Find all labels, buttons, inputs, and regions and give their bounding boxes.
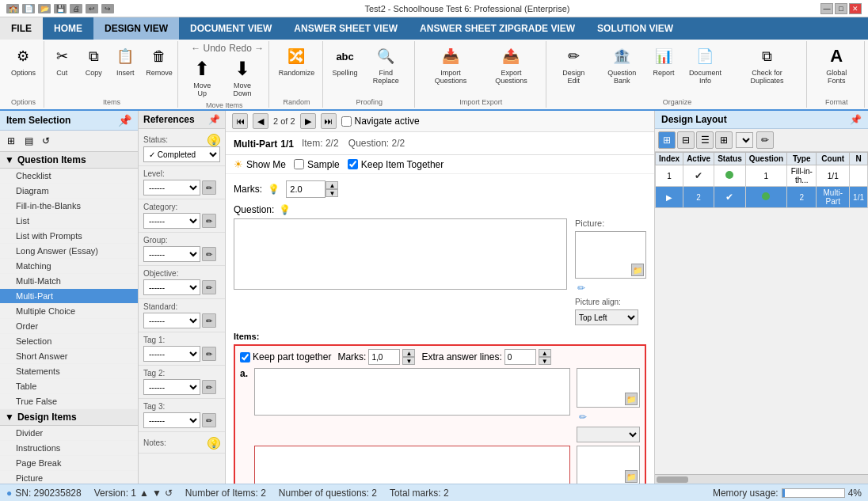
section-design-items[interactable]: ▼ Design Items [0,409,138,426]
table-row[interactable]: ▶ 2 ✔ 2 Multi-Part 1/1 [656,187,868,208]
question-bank-button[interactable]: 🏦 Question Bank [596,43,648,87]
ref-level-select[interactable]: ------ [143,180,200,195]
remove-button[interactable]: 🗑 Remove [142,43,177,79]
marks-spin-up[interactable]: ▲ [326,181,338,189]
ref-category-edit-btn[interactable]: ✏ [202,214,216,228]
navigate-active-checkbox[interactable] [341,116,352,127]
design-layout-pin-icon[interactable]: 📌 [850,114,862,125]
print-icon[interactable]: 🖨 [70,4,82,13]
design-edit-button[interactable]: ✏ Design Edit [553,43,595,87]
list-item-matching[interactable]: Matching [0,259,138,274]
cut-button[interactable]: ✂ Cut [47,43,77,79]
marks-part-spin-down-a[interactable]: ▼ [402,357,415,365]
horizontal-scrollbar[interactable] [655,474,868,484]
ref-tag2-edit-btn[interactable]: ✏ [202,380,216,394]
nav-first-btn[interactable]: ⏮ [232,113,248,129]
version-down-btn[interactable]: ▼ [152,488,162,499]
item-textarea-a[interactable] [254,368,570,416]
marks-input[interactable] [286,180,326,198]
insert-button[interactable]: 📋 Insert [110,43,140,79]
answer-pic-btn-a[interactable]: 📁 [625,470,638,483]
list-item-table[interactable]: Table [0,379,138,394]
maximize-button[interactable]: □ [835,3,847,14]
panel-tool-refresh[interactable]: ↺ [38,133,54,149]
keep-together-checkbox[interactable] [348,159,358,169]
redo-icon[interactable]: ↪ [101,4,114,13]
document-info-button[interactable]: 📄 Document Info [680,43,731,87]
menu-document-view[interactable]: DOCUMENT VIEW [179,17,283,40]
ref-tag2-select[interactable]: ------ [143,379,200,395]
question-textarea[interactable] [234,218,567,290]
item-pic-align-a[interactable] [577,427,640,442]
panel-tool-grid[interactable]: ⊞ [3,133,19,149]
randomize-button[interactable]: 🔀 Randomize [275,43,319,79]
list-item-page-break[interactable]: Page Break [0,456,138,471]
marks-part-spin-up-a[interactable]: ▲ [402,349,415,357]
list-item-multiple-choice[interactable]: Multiple Choice [0,304,138,319]
list-item-instructions[interactable]: Instructions [0,441,138,456]
menu-zipgrade[interactable]: ANSWER SHEET ZIPGRADE VIEW [409,17,586,40]
list-item-order[interactable]: Order [0,319,138,334]
ref-status-select[interactable]: ✓ Completed [143,146,220,162]
ref-objective-select[interactable]: ------ [143,279,200,295]
list-item-true-false[interactable]: True False [0,394,138,409]
report-button[interactable]: 📊 Report [649,43,678,79]
minimize-button[interactable]: — [820,3,833,14]
marks-spin-down[interactable]: ▼ [326,189,338,197]
list-item-checklist[interactable]: Checklist [0,169,138,184]
table-row[interactable]: 1 ✔ 1 Fill-in-th... 1/1 [656,165,868,187]
sample-checkbox[interactable] [294,159,304,169]
keep-part-checkbox[interactable] [240,352,250,362]
layout-grid4-btn[interactable]: ⊞ [658,131,676,149]
left-panel-pin-icon[interactable]: 📌 [118,114,131,127]
menu-answer-sheet[interactable]: ANSWER SHEET VIEW [283,17,409,40]
list-item-long-answer[interactable]: Long Answer (Essay) [0,244,138,259]
ref-objective-edit-btn[interactable]: ✏ [202,280,216,294]
version-up-btn[interactable]: ▲ [139,488,149,499]
list-item-divider[interactable]: Divider [0,426,138,441]
layout-grid2-btn[interactable]: ⊟ [677,131,695,149]
layout-table-btn[interactable]: ⊞ [715,131,733,149]
item-edit-pic-btn-a[interactable]: ✏ [577,411,589,423]
section-question-items[interactable]: ▼ Question Items [0,152,138,169]
menu-file[interactable]: FILE [0,17,43,40]
find-replace-button[interactable]: 🔍 Find Replace [363,43,409,87]
ref-standard-edit-btn[interactable]: ✏ [202,313,216,328]
move-down-button[interactable]: ⬇ Move Down [221,55,264,100]
open-icon[interactable]: 📂 [38,4,51,13]
extra-spin-up-a[interactable]: ▲ [539,349,551,357]
ref-tag1-edit-btn[interactable]: ✏ [202,347,216,361]
version-refresh-btn[interactable]: ↺ [165,488,173,499]
list-item-picture[interactable]: Picture [0,471,138,484]
export-button[interactable]: 📤 Export Questions [482,43,541,87]
ref-tag1-select[interactable]: ------ [143,346,200,362]
panel-tool-list[interactable]: ▤ [21,133,36,149]
ref-group-edit-btn[interactable]: ✏ [202,247,216,261]
layout-list-btn[interactable]: ☰ [696,131,714,149]
layout-dropdown[interactable] [736,132,753,148]
nav-prev-btn[interactable]: ◀ [253,113,268,129]
references-pin-icon[interactable]: 📌 [208,114,220,125]
ref-group-select[interactable]: ------ [143,246,200,262]
undo-ribbon-btn[interactable]: ← Undo [191,43,226,54]
list-item-short-answer[interactable]: Short Answer [0,349,138,364]
nav-next-btn[interactable]: ▶ [300,113,316,129]
layout-edit-btn[interactable]: ✏ [756,131,774,149]
ref-level-edit-btn[interactable]: ✏ [202,180,216,195]
menu-solution[interactable]: SOLUTION VIEW [586,17,684,40]
list-item-diagram[interactable]: Diagram [0,184,138,199]
list-item-statements[interactable]: Statements [0,364,138,379]
save-icon[interactable]: 💾 [54,4,67,13]
close-button[interactable]: ✕ [849,3,862,14]
ref-standard-select[interactable]: ------ [143,313,200,328]
list-item-selection[interactable]: Selection [0,334,138,349]
list-item-multi-part[interactable]: Multi-Part [0,289,138,304]
check-duplicates-button[interactable]: ⧉ Check for Duplicates [733,43,802,87]
item-pic-btn-a[interactable]: 📁 [625,393,638,405]
list-item-multi-match[interactable]: Multi-Match [0,274,138,289]
list-item-list[interactable]: List [0,214,138,229]
menu-design-view[interactable]: DESIGN VIEW [93,17,179,40]
import-button[interactable]: 📥 Import Questions [421,43,480,87]
copy-button[interactable]: ⧉ Copy [78,43,108,79]
ref-category-select[interactable]: ------ [143,213,200,229]
